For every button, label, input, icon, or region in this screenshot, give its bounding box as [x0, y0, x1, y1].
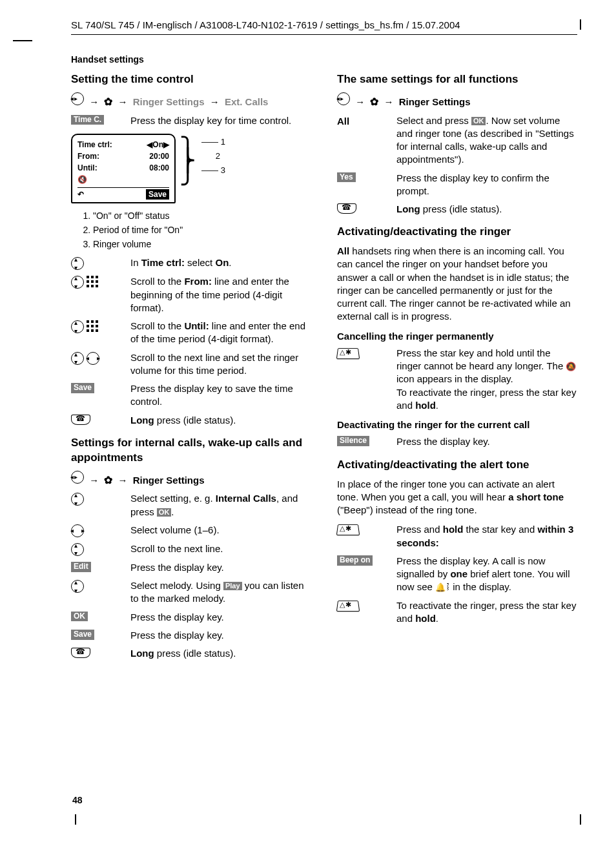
page-number: 48: [72, 795, 83, 805]
heading-time-control: Setting the time control: [71, 72, 311, 87]
arrow-icon: →: [210, 96, 220, 107]
step-a4: Scroll to the next line and set the ring…: [130, 351, 311, 378]
arrow-icon: →: [384, 96, 394, 107]
callout-3: —— 3: [201, 163, 225, 178]
nav-updown-icon: [71, 257, 84, 270]
bell-wave-icon: 🔔⸾: [435, 582, 450, 592]
all-key: All: [337, 115, 349, 128]
heading-activate-ringer: Activating/deactivating the ringer: [337, 225, 577, 240]
nav-ext-calls: Ext. Calls: [225, 96, 269, 107]
gear-icon: ✿: [104, 473, 112, 488]
step-long3: Long press (idle status).: [396, 203, 577, 216]
hangup-key-icon: [71, 648, 90, 658]
step-long: Long press (idle status).: [130, 414, 311, 427]
heading-all-functions: The same settings for all functions: [337, 72, 577, 87]
page-header: SL 740/SL 745 / IM-englisch / A31008-L74…: [71, 19, 577, 35]
header-path: SL 740/SL 745 / IM-englisch / A31008-L74…: [71, 19, 460, 30]
gear-icon: ✿: [104, 95, 112, 109]
step-b3: Scroll to the next line.: [130, 542, 311, 555]
beep-on-key: Beep on: [337, 555, 373, 566]
pm-value-from: 20:00: [149, 151, 169, 161]
time-c-key: Time C.: [71, 115, 104, 125]
yes-key: Yes: [337, 172, 356, 183]
ok-key: OK: [71, 612, 88, 622]
brace-icon: ⎫⎬⎭: [180, 134, 196, 179]
nav-updown-icon: [71, 276, 84, 289]
nav-key-icon: [337, 92, 350, 105]
pm-value-until: 08:00: [149, 163, 169, 173]
steps-internal: Select setting, e. g. Internal Calls, an…: [71, 492, 311, 660]
legend-1: "On" or "Off" status: [93, 210, 311, 222]
step-a3: Scroll to the Until: line and enter the …: [130, 320, 311, 346]
pm-back-icon: ↶: [77, 189, 84, 200]
crop-mark: [13, 40, 32, 41]
phone-legend: "On" or "Off" status Period of time for …: [71, 210, 311, 251]
nav-ringer-settings: Ringer Settings: [399, 96, 471, 107]
step-time-c: Time C. Press the display key for time c…: [71, 114, 311, 127]
right-column: The same settings for all functions → ✿ …: [337, 71, 577, 665]
arrow-icon: →: [89, 475, 99, 486]
nav-leftright-icon: [87, 352, 99, 365]
phone-screen: Time ctrl:◀On▶ From:20:00 Until:08:00 🔇 …: [71, 134, 176, 203]
section-label: Handset settings: [71, 54, 577, 65]
heading-internal-calls: Settings for internal calls, wake-up cal…: [71, 436, 311, 466]
play-chip: Play: [223, 582, 242, 590]
legend-2: Period of time for "On": [93, 224, 311, 236]
crop-mark: [75, 814, 76, 825]
steps-alert: Press and hold the star key and within 3…: [337, 523, 577, 625]
nav-updown-icon: [71, 352, 84, 365]
bell-off-icon: 🔕: [566, 362, 576, 371]
heading-alert-tone: Activating/deactivating the alert tone: [337, 458, 577, 473]
edit-key: Edit: [71, 562, 91, 572]
nav-path-ringer: → ✿ → Ringer Settings: [71, 471, 311, 488]
step-long2: Long press (idle status).: [130, 647, 311, 660]
crop-mark: [580, 814, 581, 825]
nav-updown-icon: [71, 320, 84, 333]
nav-updown-icon: [71, 543, 84, 556]
arrow-icon: →: [89, 96, 99, 107]
legend-3: Ringer volume: [93, 238, 311, 251]
alert-s1: Press and hold the star key and within 3…: [396, 523, 577, 550]
gear-icon: ✿: [370, 95, 378, 109]
pm-label-from: From:: [77, 151, 99, 161]
nav-path-ext-calls: → ✿ → Ringer Settings → Ext. Calls: [71, 92, 311, 109]
yes-text: Press the display key to confirm the pro…: [396, 172, 577, 198]
keypad-icon: [87, 320, 98, 332]
nav-path-ringer-2: → ✿ → Ringer Settings: [337, 92, 577, 109]
star-key-icon: [337, 347, 359, 359]
callout-1: —— 1: [201, 135, 225, 149]
steps-time-control: In Time ctrl: select On. Scroll to the F…: [71, 256, 311, 427]
step-ok: Press the display key.: [130, 611, 311, 624]
nav-leftright-icon: [71, 524, 84, 537]
alert-paragraph: In place of the ringer tone you can acti…: [337, 478, 577, 517]
manual-page: SL 740/SL 745 / IM-englisch / A31008-L74…: [0, 0, 616, 844]
step-b5: Select melody. Using Play you can listen…: [130, 579, 311, 606]
hangup-key-icon: [71, 415, 90, 425]
nav-updown-icon: [71, 580, 84, 593]
arrow-icon: →: [118, 96, 128, 107]
arrow-icon: →: [118, 475, 128, 486]
ok-chip: OK: [157, 508, 172, 517]
phone-screen-mock: Time ctrl:◀On▶ From:20:00 Until:08:00 🔇 …: [71, 134, 311, 203]
heading-cancel-permanent: Cancelling the ringer permanently: [337, 330, 577, 343]
arrow-icon: →: [355, 96, 365, 107]
nav-updown-icon: [71, 493, 84, 506]
nav-ringer-settings: Ringer Settings: [133, 475, 205, 486]
crop-mark: [580, 19, 581, 30]
phone-callouts: —— 1 2 —— 3: [201, 134, 225, 178]
step-a2: Scroll to the From: line and enter the b…: [130, 275, 311, 314]
save-key: Save: [71, 383, 94, 393]
step-edit: Press the display key.: [130, 561, 311, 574]
alert-s3: To reactivate the ringer, press the star…: [396, 599, 577, 626]
star-key-icon: [337, 600, 359, 612]
content-columns: Setting the time control → ✿ → Ringer Se…: [71, 71, 577, 665]
steps-all: All Select and press OK. Now set volume …: [337, 114, 577, 216]
step-a1: In Time ctrl: select On.: [130, 256, 311, 269]
nav-ringer-settings: Ringer Settings: [133, 96, 205, 107]
hangup-key-icon: [337, 203, 356, 214]
step-b2: Select volume (1–6).: [130, 524, 311, 537]
silence-text: Press the display key.: [396, 435, 577, 448]
nav-key-icon: [71, 92, 84, 105]
pm-label-timectrl: Time ctrl:: [77, 139, 112, 150]
all-text: Select and press OK. Now set volume and …: [396, 114, 577, 167]
